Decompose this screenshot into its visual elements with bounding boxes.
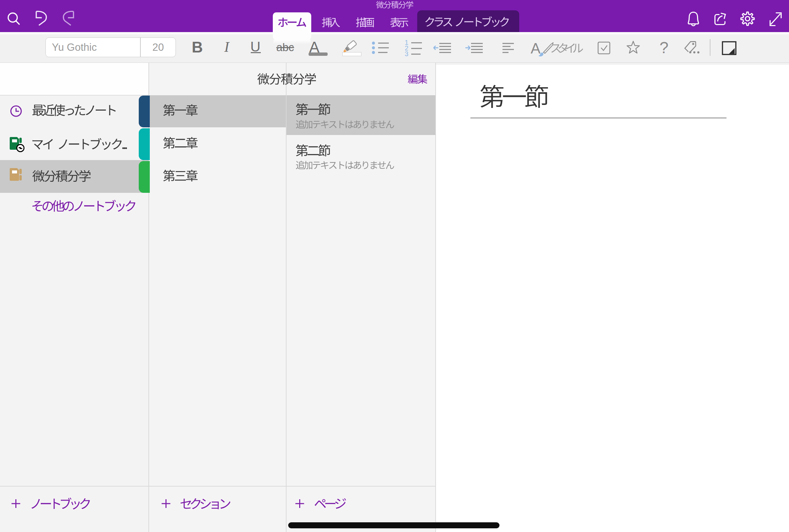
svg-text:3: 3 (405, 50, 408, 57)
